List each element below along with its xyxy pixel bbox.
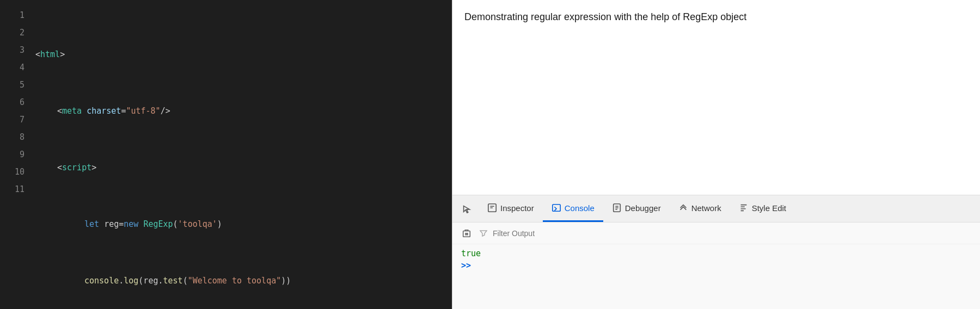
tab-network-label: Network [691,203,721,213]
devtools-bar: Inspector Console [452,195,980,309]
code-line-4: let reg= new RegExp ( 'toolqa' ) [35,215,446,233]
style-edit-icon [739,203,749,213]
line-num-1: 1 [5,7,24,24]
line-num-5: 5 [5,76,24,94]
line-num-6: 6 [5,94,24,111]
console-prompt[interactable]: >> [461,261,971,270]
tab-debugger-label: Debugger [625,203,661,213]
code-line-5: console . log (reg. test ( "Welcome to t… [35,272,446,289]
inspector-icon [487,203,497,213]
clear-console-button[interactable] [459,226,474,241]
tab-style-edit-label: Style Edit [752,203,786,213]
line-numbers: 1 2 3 4 5 6 7 8 9 10 11 [0,0,30,309]
debugger-icon [612,203,622,213]
filter-output-input[interactable] [493,229,973,238]
console-icon [552,203,561,213]
line-num-3: 3 [5,41,24,59]
filter-icon [480,230,487,237]
line-num-8: 8 [5,128,24,146]
tab-inspector-label: Inspector [500,203,534,213]
pick-element-icon[interactable] [457,199,476,219]
tab-console[interactable]: Console [543,195,603,222]
line-num-10: 10 [5,163,24,181]
devtools-tabs: Inspector Console [452,195,980,223]
line-num-7: 7 [5,111,24,128]
browser-page-text: Demonstrating regular expression with th… [464,10,968,24]
line-num-4: 4 [5,59,24,76]
code-content[interactable]: <html> <meta charset="utf-8"/> <script> … [30,0,452,309]
tab-style-edit[interactable]: Style Edit [730,195,795,222]
console-result-true: true [461,249,971,258]
code-editor-panel: 1 2 3 4 5 6 7 8 9 10 11 <html> <meta cha… [0,0,452,309]
line-num-11: 11 [5,181,24,198]
network-icon [678,203,688,213]
tab-network[interactable]: Network [670,195,730,222]
code-line-2: <meta charset="utf-8"/> [35,102,446,120]
code-editor: 1 2 3 4 5 6 7 8 9 10 11 <html> <meta cha… [0,0,452,309]
code-line-3: <script> [35,159,446,176]
code-line-1: <html> [35,46,446,63]
tab-console-label: Console [565,203,595,213]
console-output: true >> [452,244,980,275]
svg-rect-1 [553,205,560,212]
browser-panel: Demonstrating regular expression with th… [452,0,980,309]
line-num-2: 2 [5,24,24,41]
tab-inspector[interactable]: Inspector [479,195,543,222]
browser-content-area: Demonstrating regular expression with th… [452,0,980,195]
console-toolbar [452,223,980,244]
line-num-9: 9 [5,146,24,163]
tab-debugger[interactable]: Debugger [603,195,670,222]
